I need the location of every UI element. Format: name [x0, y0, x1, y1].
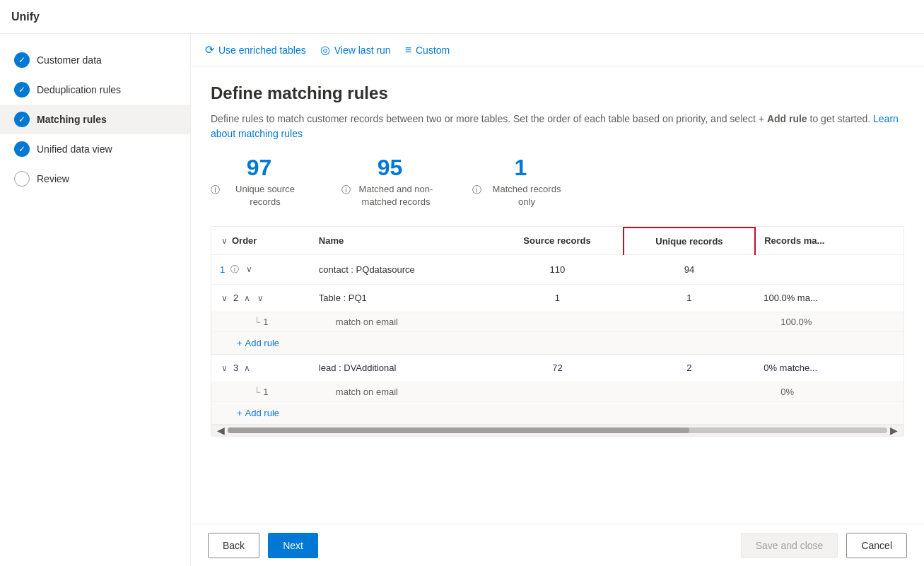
save-close-button[interactable]: Save and close	[741, 533, 838, 558]
row3-order-cell: ∨ 3 ∧	[211, 354, 310, 382]
step-circle-unified: ✓	[14, 141, 30, 157]
app-title: Unify	[11, 11, 40, 23]
col-header-records-matched: Records ma...	[755, 228, 903, 255]
sidebar-item-matching-rules[interactable]: ✓ Matching rules	[0, 105, 190, 134]
cancel-button[interactable]: Cancel	[846, 533, 907, 558]
row2-source-num: 1	[555, 293, 560, 303]
check-icon: ✓	[18, 55, 25, 65]
sidebar-label-customer-data: Customer data	[37, 54, 102, 66]
row3-chevron-up[interactable]: ∧	[242, 362, 252, 375]
row1-order-cell: 1 ⓘ ∨	[211, 254, 310, 284]
check-icon-4: ✓	[18, 144, 25, 154]
sub-row3-num: 1	[263, 387, 268, 397]
row3-source: 72	[491, 354, 623, 382]
row1-unique-num: 94	[684, 264, 694, 275]
scrollbar-track[interactable]	[228, 428, 887, 433]
top-bar: Unify	[0, 0, 924, 34]
toolbar: ⟳ Use enriched tables ◎ View last run ≡ …	[191, 34, 924, 66]
sidebar-label-dedup: Deduplication rules	[37, 84, 121, 95]
sidebar-item-deduplication-rules[interactable]: ✓ Deduplication rules	[0, 75, 190, 105]
scroll-left-arrow[interactable]: ◀	[214, 425, 228, 436]
custom-button[interactable]: ≡ Custom	[405, 44, 450, 57]
row1-source-num: 110	[550, 264, 566, 275]
row3-unique-num: 2	[686, 362, 691, 373]
next-button[interactable]: Next	[268, 533, 318, 558]
add-rule-button-3[interactable]: + Add rule	[237, 408, 279, 418]
sub-row2-line: └	[254, 317, 260, 327]
desc-bold: Add rule	[767, 113, 807, 124]
view-last-run-label: View last run	[334, 45, 391, 56]
sidebar-item-customer-data[interactable]: ✓ Customer data	[0, 45, 190, 75]
stat-matched-only-number: 1	[515, 155, 527, 180]
bottom-right-actions: Save and close Cancel	[741, 533, 907, 558]
row2-chevron-down2[interactable]: ∨	[220, 292, 229, 305]
stat-matched-and-label: Matched and non-matched records	[353, 183, 438, 208]
info-icon-2[interactable]: ⓘ	[341, 184, 351, 196]
plus-icon-2: +	[237, 338, 242, 348]
source-records-label: Source records	[523, 235, 590, 246]
table-row-1: 1 ⓘ ∨ contact : PQdatasource 110 94	[211, 254, 903, 284]
use-enriched-tables-button[interactable]: ⟳ Use enriched tables	[205, 43, 306, 57]
row2-chevron-up[interactable]: ∧	[242, 292, 252, 305]
table-row-3: ∨ 3 ∧ lead : DVAdditional 72 2	[211, 354, 903, 382]
bottom-left-actions: Back Next	[208, 533, 318, 558]
back-button[interactable]: Back	[208, 533, 259, 558]
sub-row3-records: 0%	[755, 382, 903, 401]
unique-records-label: Unique records	[655, 236, 723, 247]
collapse-all-button[interactable]: ∨	[220, 235, 229, 247]
sidebar-item-review[interactable]: Review	[0, 164, 190, 194]
table-sub-row-2-1: └ 1 match on email 100.0%	[211, 312, 903, 331]
stat-matched-and-number: 95	[378, 155, 403, 180]
step-circle-matching: ✓	[14, 112, 30, 127]
row3-chevron-expand[interactable]: ∨	[220, 362, 229, 375]
row3-source-num: 72	[552, 362, 562, 373]
horizontal-scrollbar[interactable]: ◀ ▶	[211, 425, 903, 436]
stats-row: 97 ⓘ Unique source records 95 ⓘ Matched …	[211, 155, 904, 209]
sub-row2-num: 1	[263, 317, 268, 327]
sidebar-item-unified-data-view[interactable]: ✓ Unified data view	[0, 134, 190, 164]
sidebar-label-matching: Matching rules	[37, 114, 107, 125]
info-icon-3[interactable]: ⓘ	[472, 184, 481, 196]
add-rule-button-2[interactable]: + Add rule	[237, 338, 279, 348]
sub-row2-records: 100.0%	[755, 312, 903, 331]
sidebar-label-review: Review	[37, 173, 69, 184]
col-header-unique: Unique records	[624, 228, 755, 255]
use-enriched-tables-label: Use enriched tables	[218, 45, 306, 56]
row2-records-matched: 100.0% ma...	[755, 284, 903, 312]
info-icon-1[interactable]: ⓘ	[211, 184, 220, 196]
table-row-2: ∨ 2 ∧ ∨ Table : PQ1 1 1	[211, 284, 903, 312]
page-content: Define matching rules Define rules to ma…	[191, 66, 924, 524]
order-header-label: Order	[232, 235, 257, 246]
scroll-right-arrow[interactable]: ▶	[887, 425, 901, 436]
check-icon-3: ✓	[18, 114, 25, 124]
row1-source: 110	[491, 254, 623, 284]
add-rule-row-2: + Add rule	[211, 331, 903, 354]
step-circle-review	[14, 171, 30, 187]
plus-icon-3: +	[237, 408, 242, 418]
row2-name: Table : PQ1	[310, 284, 491, 312]
step-circle-customer-data: ✓	[14, 52, 30, 68]
row2-unique-num: 1	[686, 293, 691, 303]
row3-order-num: 3	[233, 362, 238, 373]
stat-matched-only-label: Matched records only	[484, 183, 569, 208]
stat-matched-and: 95 ⓘ Matched and non-matched records	[341, 155, 438, 209]
stat-unique-source: 97 ⓘ Unique source records	[211, 155, 308, 209]
row1-info-button[interactable]: ⓘ	[229, 262, 240, 277]
view-last-run-button[interactable]: ◎ View last run	[320, 43, 391, 57]
desc-part2: to get started.	[807, 113, 873, 124]
add-rule-label-3: Add rule	[245, 408, 279, 418]
scrollbar-thumb[interactable]	[228, 428, 689, 433]
table-sub-row-3-1: └ 1 match on email 0%	[211, 382, 903, 401]
stat-unique-source-label: Unique source records	[223, 183, 308, 208]
row3-name: lead : DVAdditional	[310, 354, 491, 382]
row1-name: contact : PQdatasource	[310, 254, 491, 284]
row1-chevron-down[interactable]: ∨	[245, 263, 254, 276]
custom-label: Custom	[416, 45, 450, 56]
row2-order-num: 2	[233, 293, 238, 303]
stat-matched-only: 1 ⓘ Matched records only	[472, 155, 569, 209]
row1-unique: 94	[624, 254, 755, 284]
row2-chevron-down[interactable]: ∨	[256, 292, 265, 305]
add-rule-label-2: Add rule	[245, 338, 279, 348]
add-rule-row-3: + Add rule	[211, 401, 903, 424]
bottom-bar: Back Next Save and close Cancel	[191, 524, 924, 566]
